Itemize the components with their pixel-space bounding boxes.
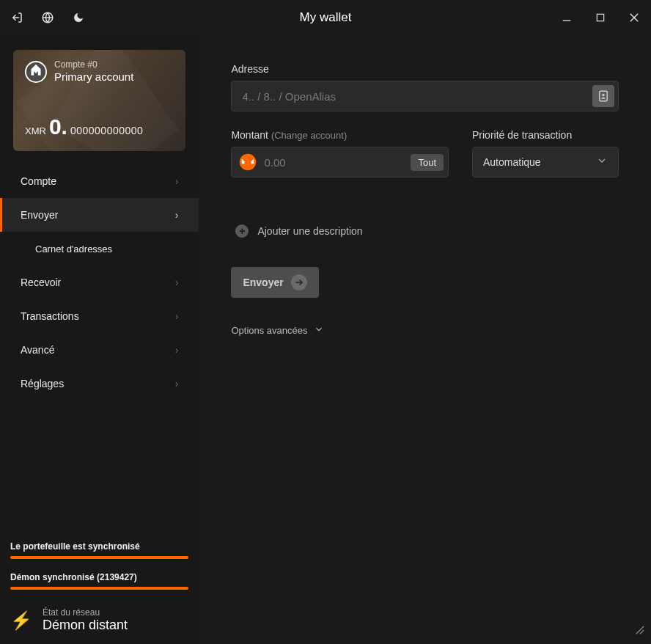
globe-icon[interactable] <box>41 11 54 24</box>
resize-grip-icon[interactable] <box>635 625 645 638</box>
daemon-sync-bar <box>10 587 188 590</box>
send-button[interactable]: Envoyer <box>231 267 318 298</box>
content-pane: Adresse Montant (Change account) <box>199 35 651 644</box>
nav-label: Recevoir <box>21 277 61 288</box>
account-card[interactable]: Compte #0 Primary account XMR 0. 0000000… <box>13 50 185 151</box>
advanced-options-toggle[interactable]: Options avancées <box>231 324 619 337</box>
add-description-label: Ajouter une description <box>257 225 362 237</box>
svg-line-11 <box>640 630 644 634</box>
titlebar: My wallet <box>0 0 651 35</box>
titlebar-left-controls <box>10 11 85 24</box>
wallet-sync-label: Le portefeuille est synchronisé <box>10 541 188 552</box>
advanced-options-label: Options avancées <box>231 325 307 336</box>
svg-rect-2 <box>597 14 603 21</box>
priority-label: Priorité de transaction <box>472 129 619 141</box>
chevron-right-icon: › <box>175 378 179 389</box>
monero-logo-icon <box>25 61 47 83</box>
nav-transactions[interactable]: Transactions › <box>0 299 199 333</box>
priority-field: Priorité de transaction Automatique <box>472 129 619 178</box>
address-book-button[interactable] <box>592 85 614 107</box>
nav-avance[interactable]: Avancé › <box>0 333 199 367</box>
sidebar-nav: Compte › Envoyer › Carnet d'adresses Rec… <box>0 164 199 400</box>
contact-icon <box>597 89 610 103</box>
daemon-sync-label: Démon synchronisé (2139427) <box>10 572 188 582</box>
moon-icon[interactable] <box>72 11 85 24</box>
svg-point-7 <box>602 94 604 96</box>
balance-integer: 0. <box>49 114 67 139</box>
nav-label: Envoyer <box>21 209 58 221</box>
chevron-down-icon <box>596 155 608 169</box>
add-description-button[interactable]: + Ajouter une description <box>235 224 619 238</box>
nav-label: Carnet d'adresses <box>35 244 112 255</box>
logout-icon[interactable] <box>10 11 23 24</box>
arrow-right-icon <box>291 274 307 290</box>
send-button-label: Envoyer <box>243 277 283 288</box>
chevron-right-icon: › <box>175 209 179 221</box>
bolt-icon: ⚡ <box>10 610 32 631</box>
minimize-icon[interactable] <box>560 11 573 24</box>
plus-icon: + <box>235 224 249 238</box>
chevron-down-icon <box>314 324 324 337</box>
address-field: Adresse <box>231 63 619 111</box>
network-status-value: Démon distant <box>43 618 128 634</box>
daemon-sync-status: Démon synchronisé (2139427) <box>10 572 188 590</box>
priority-select[interactable]: Automatique <box>472 147 619 178</box>
monero-icon <box>239 153 257 171</box>
amount-input[interactable] <box>257 156 411 169</box>
network-status-label: État du réseau <box>43 607 128 618</box>
nav-recevoir[interactable]: Recevoir › <box>0 266 199 299</box>
sidebar: Compte #0 Primary account XMR 0. 0000000… <box>0 35 199 644</box>
titlebar-right-controls <box>560 11 641 24</box>
maximize-icon[interactable] <box>594 11 607 24</box>
wallet-sync-bar <box>10 556 188 559</box>
chevron-right-icon: › <box>175 344 179 356</box>
account-name: Primary account <box>54 70 133 83</box>
close-icon[interactable] <box>628 11 641 24</box>
nav-label: Transactions <box>21 310 79 322</box>
network-status[interactable]: ⚡ État du réseau Démon distant <box>10 603 188 634</box>
amount-field: Montant (Change account) Tout <box>231 129 449 178</box>
balance-currency: XMR <box>25 125 46 136</box>
wallet-sync-status: Le portefeuille est synchronisé <box>10 541 188 559</box>
nav-compte[interactable]: Compte › <box>0 164 199 198</box>
account-number: Compte #0 <box>54 60 133 70</box>
svg-line-10 <box>636 626 644 634</box>
address-input[interactable] <box>231 81 619 111</box>
change-account-link[interactable]: (Change account) <box>271 130 347 141</box>
nav-label: Avancé <box>21 344 54 356</box>
chevron-right-icon: › <box>175 310 179 322</box>
address-label: Adresse <box>231 63 619 75</box>
nav-envoyer[interactable]: Envoyer › <box>0 198 199 232</box>
chevron-right-icon: › <box>175 277 179 288</box>
priority-value: Automatique <box>483 156 541 168</box>
balance-decimal: 000000000000 <box>70 125 143 136</box>
amount-label: Montant (Change account) <box>231 129 449 141</box>
chevron-right-icon: › <box>175 175 179 187</box>
nav-carnet[interactable]: Carnet d'adresses <box>0 232 199 266</box>
window-title: My wallet <box>300 10 352 25</box>
nav-reglages[interactable]: Réglages › <box>0 367 199 400</box>
nav-label: Compte <box>21 175 56 187</box>
all-button[interactable]: Tout <box>411 154 444 171</box>
nav-label: Réglages <box>21 378 64 389</box>
